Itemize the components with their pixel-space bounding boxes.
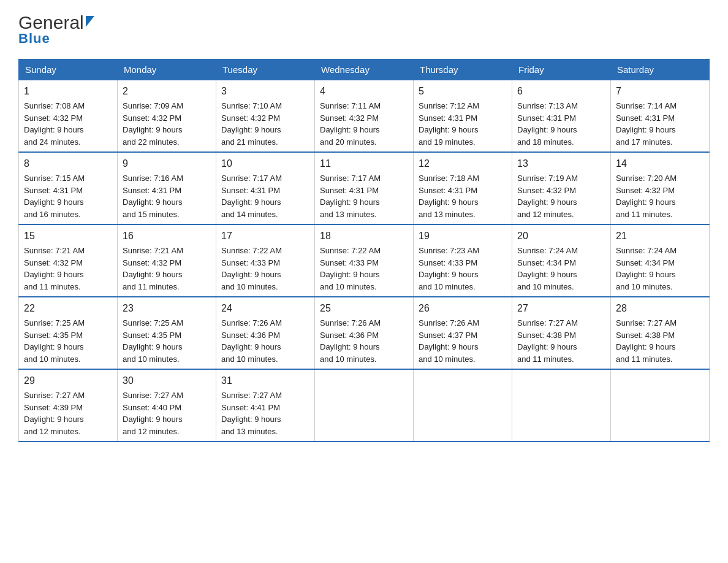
calendar-cell [611, 369, 710, 442]
calendar-cell [414, 369, 512, 442]
calendar-cell: 6 Sunrise: 7:13 AMSunset: 4:31 PMDayligh… [512, 80, 611, 153]
day-number: 19 [419, 229, 507, 243]
day-number: 27 [517, 301, 605, 316]
day-number: 7 [616, 84, 704, 99]
day-info: Sunrise: 7:21 AMSunset: 4:32 PMDaylight:… [123, 246, 183, 291]
day-info: Sunrise: 7:27 AMSunset: 4:38 PMDaylight:… [517, 318, 578, 364]
day-number: 2 [123, 84, 211, 99]
day-number: 14 [616, 156, 704, 171]
day-number: 25 [320, 301, 408, 316]
day-info: Sunrise: 7:24 AMSunset: 4:34 PMDaylight:… [517, 246, 578, 291]
day-info: Sunrise: 7:12 AMSunset: 4:31 PMDaylight:… [419, 101, 479, 147]
day-info: Sunrise: 7:24 AMSunset: 4:34 PMDaylight:… [616, 246, 677, 291]
day-number: 30 [123, 373, 211, 388]
calendar-cell [512, 369, 611, 442]
logo-blue-text: Blue [18, 31, 50, 47]
day-info: Sunrise: 7:22 AMSunset: 4:33 PMDaylight:… [221, 246, 282, 291]
calendar-cell: 24 Sunrise: 7:26 AMSunset: 4:36 PMDaylig… [216, 297, 315, 369]
calendar-cell: 28 Sunrise: 7:27 AMSunset: 4:38 PMDaylig… [611, 297, 710, 369]
calendar-cell: 30 Sunrise: 7:27 AMSunset: 4:40 PMDaylig… [118, 369, 216, 442]
calendar-cell: 15 Sunrise: 7:21 AMSunset: 4:32 PMDaylig… [19, 224, 118, 297]
day-number: 6 [517, 84, 605, 99]
calendar-cell: 22 Sunrise: 7:25 AMSunset: 4:35 PMDaylig… [19, 297, 118, 369]
weekday-header-monday: Monday [118, 59, 216, 80]
calendar-cell [315, 369, 414, 442]
day-number: 3 [221, 84, 309, 99]
day-info: Sunrise: 7:27 AMSunset: 4:40 PMDaylight:… [123, 391, 183, 436]
day-info: Sunrise: 7:22 AMSunset: 4:33 PMDaylight:… [320, 246, 381, 291]
calendar-week-row: 8 Sunrise: 7:15 AMSunset: 4:31 PMDayligh… [19, 152, 710, 224]
day-number: 23 [123, 301, 211, 316]
day-info: Sunrise: 7:23 AMSunset: 4:33 PMDaylight:… [419, 246, 479, 291]
calendar-cell: 12 Sunrise: 7:18 AMSunset: 4:31 PMDaylig… [414, 152, 512, 224]
logo: General Blue [18, 12, 94, 47]
calendar-cell: 20 Sunrise: 7:24 AMSunset: 4:34 PMDaylig… [512, 224, 611, 297]
weekday-header-wednesday: Wednesday [315, 59, 414, 80]
day-info: Sunrise: 7:17 AMSunset: 4:31 PMDaylight:… [320, 174, 381, 219]
day-number: 31 [221, 373, 309, 388]
calendar-week-row: 22 Sunrise: 7:25 AMSunset: 4:35 PMDaylig… [19, 297, 710, 369]
day-info: Sunrise: 7:27 AMSunset: 4:38 PMDaylight:… [616, 318, 677, 364]
day-info: Sunrise: 7:15 AMSunset: 4:31 PMDaylight:… [24, 174, 85, 219]
day-info: Sunrise: 7:13 AMSunset: 4:31 PMDaylight:… [517, 101, 578, 147]
calendar-cell: 26 Sunrise: 7:26 AMSunset: 4:37 PMDaylig… [414, 297, 512, 369]
logo-arrow-icon [86, 16, 94, 27]
calendar-cell: 19 Sunrise: 7:23 AMSunset: 4:33 PMDaylig… [414, 224, 512, 297]
calendar-cell: 18 Sunrise: 7:22 AMSunset: 4:33 PMDaylig… [315, 224, 414, 297]
day-number: 8 [24, 156, 112, 171]
logo-general-text: General [18, 12, 84, 33]
day-number: 21 [616, 229, 704, 243]
calendar-cell: 5 Sunrise: 7:12 AMSunset: 4:31 PMDayligh… [414, 80, 512, 153]
calendar-header: SundayMondayTuesdayWednesdayThursdayFrid… [19, 59, 710, 80]
calendar-week-row: 15 Sunrise: 7:21 AMSunset: 4:32 PMDaylig… [19, 224, 710, 297]
calendar-cell: 10 Sunrise: 7:17 AMSunset: 4:31 PMDaylig… [216, 152, 315, 224]
calendar-cell: 14 Sunrise: 7:20 AMSunset: 4:32 PMDaylig… [611, 152, 710, 224]
day-number: 18 [320, 229, 408, 243]
weekday-header-tuesday: Tuesday [216, 59, 315, 80]
day-info: Sunrise: 7:27 AMSunset: 4:39 PMDaylight:… [24, 391, 85, 436]
calendar-cell: 16 Sunrise: 7:21 AMSunset: 4:32 PMDaylig… [118, 224, 216, 297]
day-info: Sunrise: 7:19 AMSunset: 4:32 PMDaylight:… [517, 174, 578, 219]
calendar-cell: 31 Sunrise: 7:27 AMSunset: 4:41 PMDaylig… [216, 369, 315, 442]
day-info: Sunrise: 7:16 AMSunset: 4:31 PMDaylight:… [123, 174, 183, 219]
day-info: Sunrise: 7:10 AMSunset: 4:32 PMDaylight:… [221, 101, 282, 147]
calendar-cell: 27 Sunrise: 7:27 AMSunset: 4:38 PMDaylig… [512, 297, 611, 369]
day-number: 15 [24, 229, 112, 243]
calendar-cell: 25 Sunrise: 7:26 AMSunset: 4:36 PMDaylig… [315, 297, 414, 369]
day-info: Sunrise: 7:26 AMSunset: 4:36 PMDaylight:… [221, 318, 282, 364]
day-number: 26 [419, 301, 507, 316]
calendar-table: SundayMondayTuesdayWednesdayThursdayFrid… [18, 59, 710, 442]
day-info: Sunrise: 7:27 AMSunset: 4:41 PMDaylight:… [221, 391, 282, 436]
day-info: Sunrise: 7:25 AMSunset: 4:35 PMDaylight:… [123, 318, 183, 364]
day-info: Sunrise: 7:11 AMSunset: 4:32 PMDaylight:… [320, 101, 381, 147]
weekday-header-thursday: Thursday [414, 59, 512, 80]
calendar-cell: 2 Sunrise: 7:09 AMSunset: 4:32 PMDayligh… [118, 80, 216, 153]
day-number: 20 [517, 229, 605, 243]
calendar-week-row: 29 Sunrise: 7:27 AMSunset: 4:39 PMDaylig… [19, 369, 710, 442]
day-number: 16 [123, 229, 211, 243]
day-info: Sunrise: 7:20 AMSunset: 4:32 PMDaylight:… [616, 174, 677, 219]
weekday-header-friday: Friday [512, 59, 611, 80]
page-header: General Blue [18, 12, 710, 47]
day-number: 29 [24, 373, 112, 388]
calendar-cell: 4 Sunrise: 7:11 AMSunset: 4:32 PMDayligh… [315, 80, 414, 153]
day-info: Sunrise: 7:14 AMSunset: 4:31 PMDaylight:… [616, 101, 677, 147]
calendar-cell: 23 Sunrise: 7:25 AMSunset: 4:35 PMDaylig… [118, 297, 216, 369]
day-info: Sunrise: 7:18 AMSunset: 4:31 PMDaylight:… [419, 174, 479, 219]
day-number: 17 [221, 229, 309, 243]
day-number: 22 [24, 301, 112, 316]
calendar-cell: 1 Sunrise: 7:08 AMSunset: 4:32 PMDayligh… [19, 80, 118, 153]
calendar-cell: 13 Sunrise: 7:19 AMSunset: 4:32 PMDaylig… [512, 152, 611, 224]
day-number: 11 [320, 156, 408, 171]
calendar-week-row: 1 Sunrise: 7:08 AMSunset: 4:32 PMDayligh… [19, 80, 710, 153]
day-info: Sunrise: 7:21 AMSunset: 4:32 PMDaylight:… [24, 246, 85, 291]
day-info: Sunrise: 7:08 AMSunset: 4:32 PMDaylight:… [24, 101, 85, 147]
day-number: 24 [221, 301, 309, 316]
calendar-cell: 8 Sunrise: 7:15 AMSunset: 4:31 PMDayligh… [19, 152, 118, 224]
day-number: 13 [517, 156, 605, 171]
weekday-header-sunday: Sunday [19, 59, 118, 80]
weekday-header-saturday: Saturday [611, 59, 710, 80]
calendar-cell: 11 Sunrise: 7:17 AMSunset: 4:31 PMDaylig… [315, 152, 414, 224]
day-info: Sunrise: 7:09 AMSunset: 4:32 PMDaylight:… [123, 101, 183, 147]
calendar-cell: 17 Sunrise: 7:22 AMSunset: 4:33 PMDaylig… [216, 224, 315, 297]
